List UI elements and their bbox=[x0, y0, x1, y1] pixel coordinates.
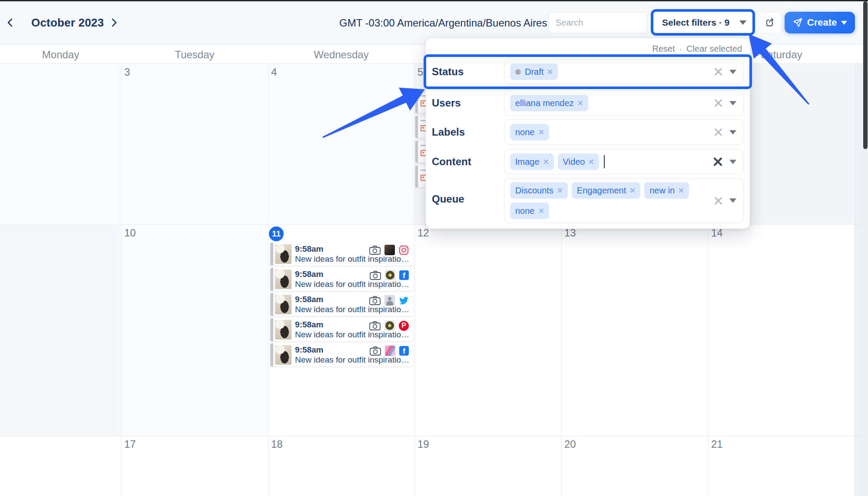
chip-label: none bbox=[515, 206, 535, 216]
scheduled-post-card[interactable]: 9:58am New ideas for outfit inspiratio… … bbox=[270, 318, 413, 341]
queue-filter-input[interactable]: Discounts Engagement new in none bbox=[504, 178, 744, 223]
filter-chip-engagement[interactable]: Engagement bbox=[572, 182, 640, 199]
select-filters-button[interactable]: Select filters · 9 bbox=[653, 12, 752, 33]
cell-week1-wednesday[interactable] bbox=[268, 64, 414, 224]
event-color-bar bbox=[270, 343, 273, 366]
next-month-button[interactable] bbox=[109, 17, 119, 28]
camera-icon bbox=[370, 346, 381, 356]
chip-label: Draft bbox=[525, 67, 543, 77]
filter-label-users: Users bbox=[432, 97, 461, 109]
camera-icon bbox=[369, 296, 381, 305]
camera-icon bbox=[370, 270, 381, 280]
chip-label: Discounts bbox=[515, 186, 553, 196]
chip-label: none bbox=[515, 127, 535, 137]
chevron-down-icon[interactable] bbox=[729, 199, 736, 203]
event-color-bar bbox=[415, 116, 418, 138]
chip-remove-icon[interactable] bbox=[539, 208, 544, 213]
date-13: 13 bbox=[564, 227, 576, 239]
post-thumbnail bbox=[275, 345, 292, 365]
chevron-down-icon[interactable] bbox=[729, 70, 736, 74]
labels-filter-input[interactable]: none bbox=[504, 120, 744, 145]
content-filter-input[interactable]: Image Video bbox=[504, 149, 744, 174]
filter-chip-none[interactable]: none bbox=[510, 203, 549, 219]
chip-remove-icon[interactable] bbox=[578, 100, 583, 106]
scrollbar[interactable] bbox=[863, 0, 868, 496]
clear-field-icon[interactable] bbox=[714, 68, 722, 76]
post-time: 9:58am bbox=[295, 244, 324, 254]
chip-remove-icon[interactable] bbox=[630, 188, 635, 193]
chevron-right-icon bbox=[109, 17, 119, 28]
cell-week1-monday[interactable] bbox=[0, 64, 121, 224]
create-button[interactable]: Create bbox=[785, 12, 855, 33]
clear-field-icon[interactable] bbox=[714, 99, 722, 107]
filter-chip-draft[interactable]: Draft bbox=[510, 63, 558, 80]
chevron-down-icon[interactable] bbox=[729, 130, 736, 134]
cell-week1-tuesday[interactable] bbox=[121, 64, 268, 224]
users-filter-input[interactable]: elliana mendez bbox=[504, 90, 744, 116]
chevron-down-icon[interactable] bbox=[729, 160, 736, 164]
status-filter-input[interactable]: Draft bbox=[504, 59, 744, 84]
search-input[interactable] bbox=[548, 12, 647, 33]
scheduled-post-card[interactable]: 9:58am New ideas for outfit inspiratio… … bbox=[270, 268, 413, 291]
chip-label: elliana mendez bbox=[515, 98, 574, 108]
chevron-down-icon bbox=[739, 20, 746, 25]
filter-label-content: Content bbox=[432, 156, 471, 168]
send-plane-icon bbox=[792, 17, 803, 28]
chip-remove-icon[interactable] bbox=[589, 159, 594, 164]
chip-remove-icon[interactable] bbox=[547, 69, 553, 74]
scheduled-post-card[interactable]: 9:58am New ideas for outfit inspiratio… bbox=[270, 293, 413, 316]
day-header-wednesday: Wednesday bbox=[268, 49, 414, 61]
placeholder-avatar bbox=[384, 295, 395, 306]
post-caption: New ideas for outfit inspiratio… bbox=[295, 254, 410, 264]
day-header-monday: Monday bbox=[0, 49, 121, 61]
art-photo-avatar bbox=[385, 346, 395, 356]
clear-selected-link[interactable]: Clear selected bbox=[686, 44, 742, 54]
clear-field-icon[interactable] bbox=[714, 128, 722, 136]
filter-chip-video[interactable]: Video bbox=[558, 153, 600, 170]
share-button[interactable] bbox=[759, 12, 782, 33]
clear-field-icon[interactable] bbox=[714, 196, 722, 205]
scheduled-post-card[interactable]: 9:58am New ideas for outfit inspiratio… bbox=[270, 243, 413, 266]
chip-remove-icon[interactable] bbox=[557, 188, 563, 193]
dot-separator: · bbox=[679, 44, 682, 54]
today-date-badge[interactable]: 11 bbox=[269, 226, 284, 241]
filter-chip-new-in[interactable]: new in bbox=[644, 182, 689, 199]
filter-chip-none[interactable]: none bbox=[510, 124, 549, 140]
event-color-bar bbox=[270, 268, 273, 291]
event-color-bar bbox=[415, 141, 418, 163]
scheduled-post-card[interactable]: 9:58am New ideas for outfit inspiratio… … bbox=[270, 343, 413, 366]
scrollbar-thumb[interactable] bbox=[863, 1, 868, 149]
camera-icon bbox=[369, 245, 381, 255]
grid-line bbox=[0, 436, 868, 436]
grid-line bbox=[121, 45, 122, 496]
clear-field-icon[interactable] bbox=[713, 157, 722, 166]
post-caption: New ideas for outfit inspiratio… bbox=[295, 305, 410, 314]
filter-chip-user[interactable]: elliana mendez bbox=[510, 95, 588, 111]
month-title: October 2023 bbox=[31, 16, 104, 30]
post-thumbnail bbox=[275, 320, 292, 340]
chip-remove-icon[interactable] bbox=[539, 130, 544, 135]
status-dot-icon bbox=[515, 69, 521, 75]
cell-week2-monday[interactable] bbox=[0, 224, 121, 436]
facebook-icon: f bbox=[399, 346, 409, 356]
date-5: 5 bbox=[417, 66, 423, 78]
create-button-label: Create bbox=[807, 17, 837, 28]
post-time: 9:58am bbox=[295, 270, 324, 279]
chevron-down-icon[interactable] bbox=[729, 101, 736, 105]
cell-week2-tuesday[interactable] bbox=[121, 224, 268, 436]
filters-panel: Reset · Clear selected Status Draft User… bbox=[426, 38, 750, 229]
date-3: 3 bbox=[124, 66, 130, 78]
chip-remove-icon[interactable] bbox=[679, 188, 684, 193]
camera-icon bbox=[369, 321, 381, 330]
chip-remove-icon[interactable] bbox=[543, 159, 549, 164]
grid-line bbox=[268, 45, 268, 496]
reset-filters-link[interactable]: Reset bbox=[652, 44, 675, 54]
previous-month-button[interactable] bbox=[5, 17, 16, 28]
chevron-down-icon bbox=[841, 21, 847, 25]
chip-label: Image bbox=[515, 157, 540, 167]
timezone-label: GMT -03:00 America/Argentina/Buenos Aire… bbox=[339, 17, 547, 29]
filter-chip-image[interactable]: Image bbox=[510, 153, 554, 170]
select-filters-label: Select filters · 9 bbox=[662, 17, 729, 28]
filter-chip-discounts[interactable]: Discounts bbox=[510, 182, 568, 199]
brand-badge-avatar bbox=[384, 320, 395, 331]
